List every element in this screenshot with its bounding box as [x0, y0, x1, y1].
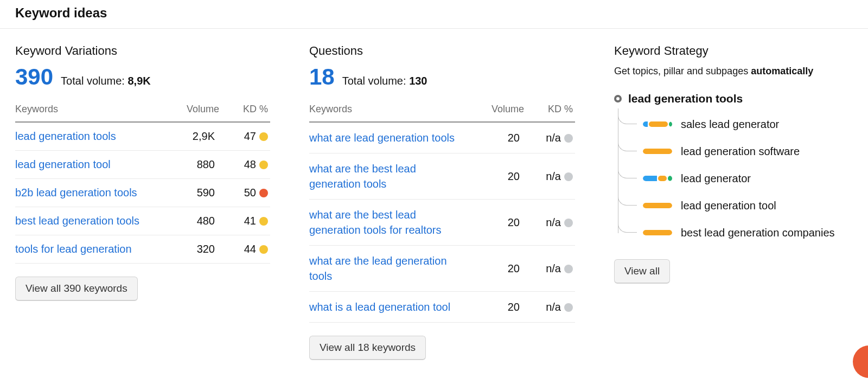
view-all-questions-button[interactable]: View all 18 keywords [309, 336, 426, 360]
card-title-questions: Questions [309, 44, 575, 58]
kd-value: 47 [219, 122, 270, 151]
total-volume-label: Total volume: [61, 75, 125, 87]
volume-value: 480 [165, 207, 219, 235]
table-row: what are lead generation tools20n/a [309, 122, 575, 153]
strategy-item[interactable]: lead generation software [618, 138, 864, 165]
segmented-bar-icon [643, 149, 672, 154]
section-title: Keyword ideas [0, 0, 868, 28]
kd-value: n/a [524, 292, 575, 323]
difficulty-dot-icon [259, 132, 268, 141]
strategy-pillar: lead generation tools [614, 92, 864, 105]
strategy-item[interactable]: sales lead generator [618, 111, 864, 138]
total-volume-value: 130 [409, 75, 427, 87]
segmented-bar-icon [643, 230, 672, 235]
keyword-link[interactable]: what is a lead generation tool [309, 301, 450, 313]
keyword-link[interactable]: b2b lead generation tools [15, 187, 137, 198]
table-row: tools for lead generation32044 [15, 235, 270, 264]
difficulty-dot-icon [259, 217, 268, 226]
segmented-bar-icon [643, 203, 672, 208]
kd-value: 41 [219, 207, 270, 235]
table-row: what are the best lead generation tools2… [309, 153, 575, 200]
difficulty-dot-icon [564, 265, 573, 273]
col-volume: Volume [470, 104, 524, 122]
difficulty-dot-icon [564, 134, 573, 143]
questions-card: Questions 18 Total volume: 130 Keywords … [309, 44, 575, 360]
difficulty-dot-icon [564, 172, 573, 181]
volume-value: 880 [165, 151, 219, 179]
card-title-variations: Keyword Variations [15, 44, 270, 58]
view-all-variations-button[interactable]: View all 390 keywords [15, 277, 138, 301]
keyword-link[interactable]: tools for lead generation [15, 243, 132, 255]
strategy-item[interactable]: best lead generation companies [618, 219, 864, 246]
difficulty-dot-icon [259, 161, 268, 169]
strategy-item-label: lead generation tool [681, 200, 776, 212]
keyword-link[interactable]: what are the lead generation tools [309, 255, 447, 282]
volume-value: 20 [470, 292, 524, 323]
kd-value: 48 [219, 151, 270, 179]
strategy-subtitle: Get topics, pillar and subpages automati… [614, 66, 864, 77]
keyword-strategy-card: Keyword Strategy Get topics, pillar and … [614, 44, 864, 284]
kd-value: n/a [524, 200, 575, 246]
questions-count: 18 [309, 66, 335, 88]
strategy-item[interactable]: lead generator [618, 165, 864, 192]
difficulty-dot-icon [259, 189, 268, 197]
kd-value: n/a [524, 122, 575, 153]
col-keywords: Keywords [309, 104, 470, 122]
col-keywords: Keywords [15, 104, 165, 122]
keyword-link[interactable]: what are the best lead generation tools … [309, 209, 441, 236]
keyword-link[interactable]: best lead generation tools [15, 215, 139, 227]
total-volume-label: Total volume: [342, 75, 406, 87]
difficulty-dot-icon [564, 219, 573, 227]
keyword-variations-card: Keyword Variations 390 Total volume: 8,9… [15, 44, 270, 301]
strategy-item[interactable]: lead generation tool [618, 192, 864, 219]
card-title-strategy: Keyword Strategy [614, 44, 864, 58]
volume-value: 320 [165, 235, 219, 264]
strategy-item-label: best lead generation companies [681, 227, 835, 239]
volume-value: 20 [470, 153, 524, 200]
variations-table: Keywords Volume KD % lead generation too… [15, 104, 270, 264]
col-kd: KD % [219, 104, 270, 122]
kd-value: 44 [219, 235, 270, 264]
questions-table: Keywords Volume KD % what are lead gener… [309, 104, 575, 323]
keyword-link[interactable]: what are lead generation tools [309, 132, 455, 144]
table-row: what are the best lead generation tools … [309, 200, 575, 246]
difficulty-dot-icon [564, 303, 573, 312]
keyword-link[interactable]: what are the best lead generation tools [309, 163, 416, 190]
segmented-bar-icon [643, 121, 672, 127]
difficulty-dot-icon [259, 245, 268, 254]
total-volume-value: 8,9K [127, 75, 150, 87]
view-all-strategy-button[interactable]: View all [614, 259, 670, 284]
radio-icon [614, 95, 622, 102]
segmented-bar-icon [643, 176, 672, 181]
kd-value: 50 [219, 179, 270, 207]
table-row: best lead generation tools48041 [15, 207, 270, 235]
col-volume: Volume [165, 104, 219, 122]
volume-value: 20 [470, 122, 524, 153]
kd-value: n/a [524, 246, 575, 292]
keyword-link[interactable]: lead generation tool [15, 158, 111, 170]
col-kd: KD % [524, 104, 575, 122]
volume-value: 2,9K [165, 122, 219, 151]
questions-metric: 18 Total volume: 130 [309, 66, 575, 88]
volume-value: 590 [165, 179, 219, 207]
table-row: lead generation tools2,9K47 [15, 122, 270, 151]
strategy-item-label: lead generation software [681, 145, 800, 158]
strategy-item-label: lead generator [681, 172, 751, 185]
table-row: what is a lead generation tool20n/a [309, 292, 575, 323]
strategy-item-label: sales lead generator [681, 118, 779, 131]
volume-value: 20 [470, 200, 524, 246]
table-row: lead generation tool88048 [15, 151, 270, 179]
table-row: b2b lead generation tools59050 [15, 179, 270, 207]
volume-value: 20 [470, 246, 524, 292]
variations-metric: 390 Total volume: 8,9K [15, 66, 270, 88]
strategy-pillar-label: lead generation tools [628, 92, 743, 105]
kd-value: n/a [524, 153, 575, 200]
table-row: what are the lead generation tools20n/a [309, 246, 575, 292]
keyword-link[interactable]: lead generation tools [15, 130, 116, 142]
variations-count: 390 [15, 66, 53, 88]
